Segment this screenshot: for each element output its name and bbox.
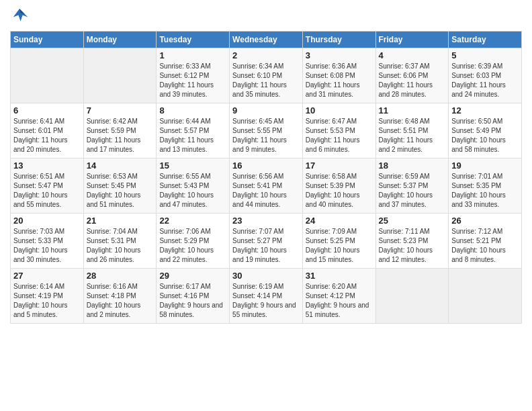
day-info: Sunrise: 6:47 AM Sunset: 5:53 PM Dayligh…	[306, 117, 373, 154]
day-number: 31	[306, 271, 373, 281]
day-info: Sunrise: 6:17 AM Sunset: 4:16 PM Dayligh…	[159, 282, 226, 320]
day-info: Sunrise: 6:59 AM Sunset: 5:37 PM Dayligh…	[379, 172, 446, 210]
day-info: Sunrise: 7:01 AM Sunset: 5:35 PM Dayligh…	[451, 172, 519, 210]
header-row: SundayMondayTuesdayWednesdayThursdayFrid…	[11, 32, 522, 48]
day-number: 26	[451, 216, 519, 226]
calendar-cell: 30Sunrise: 6:19 AM Sunset: 4:14 PM Dayli…	[230, 269, 303, 324]
day-number: 5	[451, 50, 519, 60]
calendar-cell: 8Sunrise: 6:44 AM Sunset: 5:57 PM Daylig…	[157, 103, 230, 158]
calendar-cell: 19Sunrise: 7:01 AM Sunset: 5:35 PM Dayli…	[449, 158, 522, 214]
calendar-cell: 7Sunrise: 6:42 AM Sunset: 5:59 PM Daylig…	[83, 103, 157, 158]
page: SundayMondayTuesdayWednesdayThursdayFrid…	[0, 0, 532, 334]
day-info: Sunrise: 7:11 AM Sunset: 5:23 PM Dayligh…	[379, 227, 446, 265]
header	[10, 7, 522, 26]
calendar-cell: 31Sunrise: 6:20 AM Sunset: 4:12 PM Dayli…	[302, 269, 375, 324]
calendar-cell: 26Sunrise: 7:12 AM Sunset: 5:21 PM Dayli…	[449, 214, 522, 269]
day-info: Sunrise: 6:51 AM Sunset: 5:47 PM Dayligh…	[13, 172, 81, 210]
calendar-cell: 2Sunrise: 6:34 AM Sunset: 6:10 PM Daylig…	[230, 48, 303, 103]
calendar-cell: 12Sunrise: 6:50 AM Sunset: 5:49 PM Dayli…	[449, 103, 522, 158]
day-number: 3	[306, 50, 373, 60]
header-cell-friday: Friday	[375, 32, 449, 48]
day-number: 22	[159, 216, 226, 226]
calendar-cell: 15Sunrise: 6:55 AM Sunset: 5:43 PM Dayli…	[157, 158, 230, 214]
day-number: 14	[87, 161, 154, 171]
day-info: Sunrise: 6:16 AM Sunset: 4:18 PM Dayligh…	[87, 282, 154, 320]
day-number: 24	[306, 216, 373, 226]
day-info: Sunrise: 7:06 AM Sunset: 5:29 PM Dayligh…	[159, 227, 226, 265]
day-info: Sunrise: 6:34 AM Sunset: 6:10 PM Dayligh…	[232, 62, 300, 99]
day-number: 1	[159, 50, 226, 60]
calendar-week-row: 6Sunrise: 6:41 AM Sunset: 6:01 PM Daylig…	[11, 103, 522, 158]
day-info: Sunrise: 7:03 AM Sunset: 5:33 PM Dayligh…	[13, 227, 81, 265]
day-number: 13	[13, 161, 81, 171]
day-info: Sunrise: 6:58 AM Sunset: 5:39 PM Dayligh…	[306, 172, 373, 210]
calendar-cell	[11, 48, 84, 103]
calendar-cell	[449, 269, 522, 324]
day-info: Sunrise: 6:36 AM Sunset: 6:08 PM Dayligh…	[306, 62, 373, 99]
day-info: Sunrise: 7:12 AM Sunset: 5:21 PM Dayligh…	[451, 227, 519, 265]
day-number: 19	[451, 161, 519, 171]
calendar-cell: 21Sunrise: 7:04 AM Sunset: 5:31 PM Dayli…	[83, 214, 157, 269]
header-cell-sunday: Sunday	[11, 32, 84, 48]
calendar-cell: 5Sunrise: 6:39 AM Sunset: 6:03 PM Daylig…	[449, 48, 522, 103]
logo	[10, 7, 32, 26]
day-info: Sunrise: 6:20 AM Sunset: 4:12 PM Dayligh…	[306, 282, 373, 320]
day-number: 15	[159, 161, 226, 171]
day-number: 10	[306, 105, 373, 116]
header-cell-tuesday: Tuesday	[157, 32, 230, 48]
calendar-cell: 25Sunrise: 7:11 AM Sunset: 5:23 PM Dayli…	[375, 214, 449, 269]
day-number: 29	[159, 271, 226, 281]
day-info: Sunrise: 7:07 AM Sunset: 5:27 PM Dayligh…	[232, 227, 300, 265]
day-number: 17	[306, 161, 373, 171]
day-info: Sunrise: 6:48 AM Sunset: 5:51 PM Dayligh…	[379, 117, 446, 154]
header-cell-wednesday: Wednesday	[230, 32, 303, 48]
day-number: 20	[13, 216, 81, 226]
day-number: 11	[379, 105, 446, 116]
calendar-table: SundayMondayTuesdayWednesdayThursdayFrid…	[10, 31, 522, 324]
day-number: 23	[232, 216, 300, 226]
calendar-week-row: 13Sunrise: 6:51 AM Sunset: 5:47 PM Dayli…	[11, 158, 522, 214]
calendar-week-row: 20Sunrise: 7:03 AM Sunset: 5:33 PM Dayli…	[11, 214, 522, 269]
calendar-cell	[375, 269, 449, 324]
day-number: 4	[379, 50, 446, 60]
calendar-cell: 29Sunrise: 6:17 AM Sunset: 4:16 PM Dayli…	[157, 269, 230, 324]
day-info: Sunrise: 6:55 AM Sunset: 5:43 PM Dayligh…	[159, 172, 226, 210]
day-info: Sunrise: 6:53 AM Sunset: 5:45 PM Dayligh…	[87, 172, 154, 210]
day-info: Sunrise: 6:50 AM Sunset: 5:49 PM Dayligh…	[451, 117, 519, 154]
day-info: Sunrise: 6:14 AM Sunset: 4:19 PM Dayligh…	[13, 282, 81, 320]
calendar-cell: 3Sunrise: 6:36 AM Sunset: 6:08 PM Daylig…	[302, 48, 375, 103]
day-info: Sunrise: 6:39 AM Sunset: 6:03 PM Dayligh…	[451, 62, 519, 99]
calendar-cell: 27Sunrise: 6:14 AM Sunset: 4:19 PM Dayli…	[11, 269, 84, 324]
calendar-cell: 11Sunrise: 6:48 AM Sunset: 5:51 PM Dayli…	[375, 103, 449, 158]
day-info: Sunrise: 6:19 AM Sunset: 4:14 PM Dayligh…	[232, 282, 300, 320]
day-number: 25	[379, 216, 446, 226]
logo-bird-icon	[10, 7, 29, 26]
header-cell-monday: Monday	[83, 32, 157, 48]
calendar-week-row: 27Sunrise: 6:14 AM Sunset: 4:19 PM Dayli…	[11, 269, 522, 324]
calendar-cell: 13Sunrise: 6:51 AM Sunset: 5:47 PM Dayli…	[11, 158, 84, 214]
day-number: 21	[87, 216, 154, 226]
calendar-cell: 17Sunrise: 6:58 AM Sunset: 5:39 PM Dayli…	[302, 158, 375, 214]
calendar-cell: 10Sunrise: 6:47 AM Sunset: 5:53 PM Dayli…	[302, 103, 375, 158]
calendar-cell: 23Sunrise: 7:07 AM Sunset: 5:27 PM Dayli…	[230, 214, 303, 269]
calendar-cell: 14Sunrise: 6:53 AM Sunset: 5:45 PM Dayli…	[83, 158, 157, 214]
day-info: Sunrise: 6:56 AM Sunset: 5:41 PM Dayligh…	[232, 172, 300, 210]
day-info: Sunrise: 7:04 AM Sunset: 5:31 PM Dayligh…	[87, 227, 154, 265]
calendar-cell: 4Sunrise: 6:37 AM Sunset: 6:06 PM Daylig…	[375, 48, 449, 103]
header-cell-saturday: Saturday	[449, 32, 522, 48]
day-number: 9	[232, 105, 300, 116]
calendar-cell: 24Sunrise: 7:09 AM Sunset: 5:25 PM Dayli…	[302, 214, 375, 269]
day-number: 16	[232, 161, 300, 171]
calendar-week-row: 1Sunrise: 6:33 AM Sunset: 6:12 PM Daylig…	[11, 48, 522, 103]
calendar-cell: 9Sunrise: 6:45 AM Sunset: 5:55 PM Daylig…	[230, 103, 303, 158]
day-info: Sunrise: 6:44 AM Sunset: 5:57 PM Dayligh…	[159, 117, 226, 154]
day-number: 18	[379, 161, 446, 171]
calendar-cell: 28Sunrise: 6:16 AM Sunset: 4:18 PM Dayli…	[83, 269, 157, 324]
day-info: Sunrise: 6:42 AM Sunset: 5:59 PM Dayligh…	[87, 117, 154, 154]
calendar-cell: 20Sunrise: 7:03 AM Sunset: 5:33 PM Dayli…	[11, 214, 84, 269]
calendar-cell: 1Sunrise: 6:33 AM Sunset: 6:12 PM Daylig…	[157, 48, 230, 103]
calendar-cell: 6Sunrise: 6:41 AM Sunset: 6:01 PM Daylig…	[11, 103, 84, 158]
day-number: 2	[232, 50, 300, 60]
day-number: 30	[232, 271, 300, 281]
day-number: 6	[13, 105, 81, 116]
